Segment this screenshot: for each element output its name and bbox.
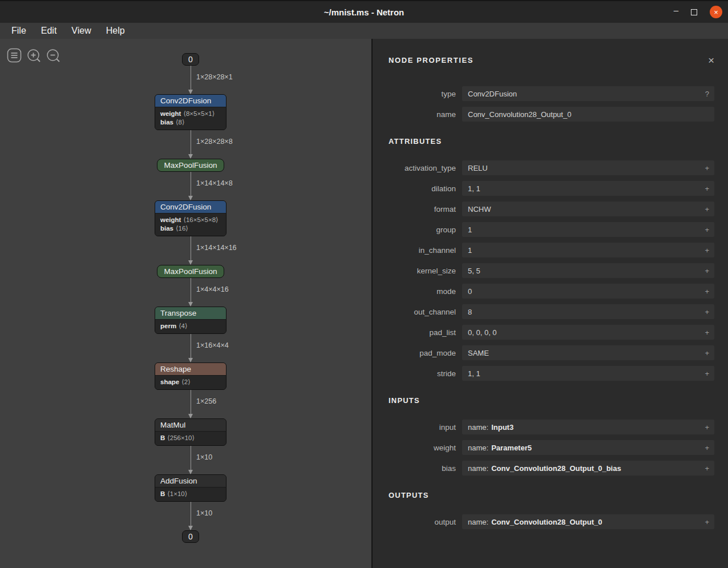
attribute-value-box[interactable]: 0 + [462,284,714,299]
expand-icon[interactable]: + [705,423,709,432]
input-row: bias name: Conv_Convolution28_Output_0_b… [389,461,714,476]
arrowhead-icon [188,260,193,265]
expand-icon[interactable]: + [705,328,709,337]
input-value-box[interactable]: name: Parameter5 + [462,440,714,455]
maximize-button[interactable] [691,9,697,15]
expand-icon[interactable]: + [705,164,709,172]
type-row: type Conv2DFusion ? [389,86,714,101]
arrowhead-icon [188,414,193,418]
node-title: MatMul [155,419,226,431]
minimize-button[interactable]: – [674,7,678,17]
graph-canvas[interactable]: 0 1×28×28×1 Conv2DFusion weight⟨8×5×5×1⟩… [0,39,371,568]
tensor-shape-label: 1×14×14×8 [196,179,233,187]
arrowhead-icon [188,526,193,530]
expand-icon[interactable]: + [705,225,709,234]
output-value-box[interactable]: name: Conv_Convolution28_Output_0 + [462,514,714,529]
attribute-value-box[interactable]: RELU + [462,160,714,175]
tensor-shape-label: 1×4×4×16 [196,285,229,293]
panel-title: NODE PROPERTIES [389,56,474,65]
attribute-value-box[interactable]: NCHW + [462,202,714,216]
menu-file[interactable]: File [4,26,34,36]
attribute-value-box[interactable]: 1, 1 + [462,366,714,381]
tensor-name: Input3 [491,423,513,432]
close-icon[interactable]: × [708,55,714,66]
graph-edge: 1×14×14×8 [155,172,227,200]
expand-icon[interactable]: + [705,444,709,452]
input-value-box[interactable]: name: Conv_Convolution28_Output_0_bias + [462,461,714,476]
field-value: 1 [468,246,472,255]
attribute-value-box[interactable]: 0, 0, 0, 0 + [462,325,714,340]
field-label: bias [389,464,462,473]
attribute-row: format NCHW + [389,202,714,216]
expand-icon[interactable]: + [705,267,709,275]
expand-icon[interactable]: + [705,205,709,213]
attribute-value-box[interactable]: 1 + [462,222,714,237]
expand-icon[interactable]: + [705,464,709,473]
help-icon[interactable]: ? [705,90,709,98]
field-label: group [389,225,462,234]
close-button[interactable]: × [710,6,722,18]
attr-shape: ⟨1×10⟩ [167,490,187,497]
attr-shape: ⟨8×5×5×1⟩ [183,110,215,117]
attr-shape: ⟨8⟩ [176,119,184,126]
output-row: output name: Conv_Convolution28_Output_0… [389,514,714,529]
graph-input-node[interactable]: 0 [182,53,199,66]
attribute-value-box[interactable]: 1, 1 + [462,181,714,196]
field-label: format [389,205,462,213]
graph-edge: 1×10 [155,502,227,530]
attr-shape: ⟨16×5×5×8⟩ [183,216,218,223]
expand-icon[interactable]: + [705,287,709,296]
arrowhead-icon [188,470,193,474]
expand-icon[interactable]: + [705,308,709,316]
expand-icon[interactable]: + [705,349,709,357]
graph-node-conv2dfusion-1[interactable]: Conv2DFusion weight⟨8×5×5×1⟩ bias⟨8⟩ [155,94,227,130]
menu-view[interactable]: View [64,26,98,36]
graph-node-reshape[interactable]: Reshape shape⟨2⟩ [155,362,227,390]
expand-icon[interactable]: + [705,369,709,378]
arrowhead-icon [188,358,193,362]
menu-edit[interactable]: Edit [34,26,64,36]
attr-shape: ⟨4⟩ [179,323,187,329]
graph-node-addfusion[interactable]: AddFusion B⟨1×10⟩ [155,474,227,502]
field-label: weight [389,444,462,452]
graph-node-matmul[interactable]: MatMul B⟨256×10⟩ [155,418,227,446]
input-row: weight name: Parameter5 + [389,440,714,455]
field-label: pad_mode [389,349,462,357]
arrowhead-icon [188,196,193,200]
graph-node-transpose[interactable]: Transpose perm⟨4⟩ [155,307,227,334]
menu-help[interactable]: Help [99,26,132,36]
attribute-value-box[interactable]: SAME + [462,345,714,360]
field-label: dilation [389,184,462,193]
graph-output-node[interactable]: 0 [182,530,199,543]
graph-node-maxpoolfusion-1[interactable]: MaxPoolFusion [157,159,224,172]
field-value: 5, 5 [468,267,480,275]
zoom-in-icon[interactable] [27,49,41,63]
node-title: AddFusion [155,475,226,487]
attribute-row: out_channel 8 + [389,304,714,319]
window-title: ~/mnist.ms - Netron [324,7,404,17]
attribute-value-box[interactable]: 5, 5 + [462,263,714,278]
graph-node-conv2dfusion-2[interactable]: Conv2DFusion weight⟨16×5×5×8⟩ bias⟨16⟩ [155,200,227,236]
graph-edge: 1×256 [155,390,227,418]
zoom-out-icon[interactable] [46,49,60,63]
attribute-value-box[interactable]: 1 + [462,243,714,257]
name-prefix: name: [468,423,488,432]
field-value: 1, 1 [468,369,480,378]
name-prefix: name: [468,444,488,452]
attr-key: perm [160,323,176,329]
attribute-row: group 1 + [389,222,714,237]
input-value-box[interactable]: name: Input3 + [462,420,714,434]
expand-icon[interactable]: + [705,184,709,193]
type-value-box[interactable]: Conv2DFusion ? [462,86,714,101]
expand-icon[interactable]: + [705,518,709,526]
node-properties-panel: NODE PROPERTIES × type Conv2DFusion ? na… [371,39,728,568]
inputs-section-title: INPUTS [389,396,714,405]
expand-icon[interactable]: + [705,246,709,255]
tensor-shape-label: 1×14×14×16 [196,244,237,252]
field-value: 8 [468,308,472,316]
name-value-box[interactable]: Conv_Convolution28_Output_0 [462,107,714,122]
attr-shape: ⟨16⟩ [176,225,188,232]
menu-icon[interactable] [7,48,22,63]
graph-node-maxpoolfusion-2[interactable]: MaxPoolFusion [157,265,224,278]
attribute-value-box[interactable]: 8 + [462,304,714,319]
